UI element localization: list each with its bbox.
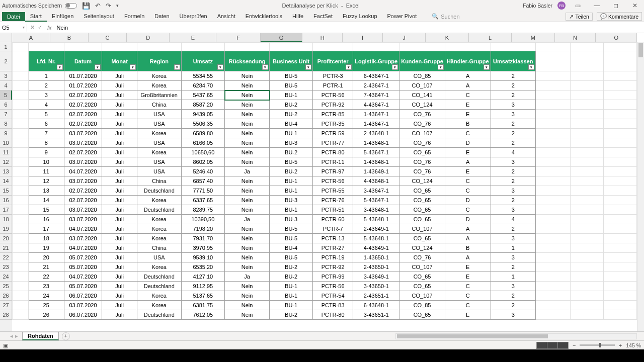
spreadsheet-grid[interactable]: ABCDEFGHIJKLMNO 123456789101112131415161… <box>0 33 644 331</box>
accept-formula-icon[interactable]: ✓ <box>38 24 42 31</box>
table-cell[interactable]: CO_107 <box>399 262 445 272</box>
table-cell[interactable]: 7771,50 <box>181 186 225 196</box>
table-cell[interactable]: Nein <box>225 243 270 253</box>
table-cell[interactable]: 16 <box>28 215 64 224</box>
table-cell[interactable]: D <box>445 215 491 224</box>
table-cell[interactable]: 2-43649-1 <box>353 224 399 234</box>
add-sheet-button[interactable]: + <box>62 332 70 340</box>
table-cell[interactable]: 02.07.2020 <box>64 90 102 100</box>
table-cell[interactable]: Juli <box>102 157 137 167</box>
table-cell[interactable]: 6337,65 <box>181 196 225 205</box>
table-cell[interactable]: CO_65 <box>399 215 445 224</box>
table-cell[interactable]: 3 <box>491 100 535 110</box>
row-header-3[interactable]: 3 <box>0 71 12 81</box>
filter-dropdown-icon[interactable]: ▾ <box>484 64 490 70</box>
table-cell[interactable]: BU-5 <box>270 81 313 90</box>
table-cell[interactable]: Korea <box>137 129 181 138</box>
filter-dropdown-icon[interactable]: ▾ <box>392 64 398 70</box>
close-icon[interactable]: ✕ <box>628 2 642 9</box>
table-cell[interactable]: China <box>137 100 181 110</box>
table-header[interactable]: Region▾ <box>137 51 181 71</box>
col-header-H[interactable]: H <box>302 33 343 42</box>
table-cell[interactable]: Korea <box>137 291 181 301</box>
table-cell[interactable]: Juli <box>102 310 137 320</box>
table-cell[interactable]: 2 <box>491 176 535 186</box>
table-cell[interactable]: 8602,05 <box>181 157 225 167</box>
table-cell[interactable]: 4-43648-1 <box>353 176 399 186</box>
maximize-icon[interactable]: ◻ <box>609 2 623 9</box>
table-cell[interactable]: C <box>445 282 491 291</box>
filter-dropdown-icon[interactable]: ▾ <box>528 64 534 70</box>
table-cell[interactable]: 1-43649-1 <box>353 167 399 176</box>
column-headers[interactable]: ABCDEFGHIJKLMNO <box>12 33 637 42</box>
table-cell[interactable]: BU-2 <box>270 272 313 282</box>
table-cell[interactable]: 03.07.2020 <box>64 157 102 167</box>
table-cell[interactable]: C <box>445 301 491 310</box>
filter-dropdown-icon[interactable]: ▾ <box>57 64 63 70</box>
table-cell[interactable]: Nein <box>225 282 270 291</box>
table-header[interactable]: Datum▾ <box>64 51 102 71</box>
table-cell[interactable]: China <box>137 243 181 253</box>
table-cell[interactable]: 2 <box>491 90 535 100</box>
col-header-J[interactable]: J <box>383 33 426 42</box>
table-cell[interactable]: 26 <box>28 310 64 320</box>
table-cell[interactable]: Korea <box>137 81 181 90</box>
table-cell[interactable]: Juli <box>102 148 137 157</box>
tab-hilfe[interactable]: Hilfe <box>287 12 308 22</box>
table-cell[interactable]: 3 <box>491 310 535 320</box>
table-cell[interactable]: BU-3 <box>270 215 313 224</box>
col-header-C[interactable]: C <box>89 33 127 42</box>
table-cell[interactable]: Nein <box>225 129 270 138</box>
table-cell[interactable]: CO_76 <box>399 253 445 262</box>
table-cell[interactable]: A <box>445 157 491 167</box>
table-cell[interactable]: 03.07.2020 <box>64 138 102 148</box>
table-cell[interactable]: PCTR-56 <box>313 176 353 186</box>
table-cell[interactable]: BU-1 <box>270 205 313 215</box>
table-header[interactable]: Kunden-Gruppe▾ <box>399 51 445 71</box>
table-cell[interactable]: 14 <box>28 196 64 205</box>
table-cell[interactable]: 10390,50 <box>181 215 225 224</box>
table-cell[interactable]: USA <box>137 157 181 167</box>
table-cell[interactable]: BU-4 <box>270 119 313 129</box>
table-cell[interactable]: C <box>445 186 491 196</box>
table-cell[interactable]: 3 <box>491 110 535 119</box>
table-cell[interactable]: Nein <box>225 119 270 129</box>
table-cell[interactable]: 02.07.2020 <box>64 148 102 157</box>
table-cell[interactable]: 1-43647-1 <box>353 110 399 119</box>
table-cell[interactable]: 02.07.2020 <box>64 196 102 205</box>
table-cell[interactable]: 7-43647-1 <box>353 90 399 100</box>
table-cell[interactable]: Nein <box>225 186 270 196</box>
table-cell[interactable]: Nein <box>225 310 270 320</box>
table-header[interactable]: Umsatzklassen▾ <box>491 51 535 71</box>
table-cell[interactable]: 03.07.2020 <box>64 301 102 310</box>
table-cell[interactable]: CO_65 <box>399 196 445 205</box>
table-cell[interactable]: D <box>445 138 491 148</box>
tab-factset[interactable]: FactSet <box>308 12 338 22</box>
row-header-6[interactable]: 6 <box>0 100 12 110</box>
table-cell[interactable]: BU-2 <box>270 167 313 176</box>
table-cell[interactable]: Korea <box>137 215 181 224</box>
row-header-2[interactable]: 2 <box>0 51 12 71</box>
table-cell[interactable]: C <box>445 176 491 186</box>
table-cell[interactable]: 03.07.2020 <box>64 234 102 243</box>
table-cell[interactable]: 6381,75 <box>181 301 225 310</box>
table-cell[interactable]: Nein <box>225 110 270 119</box>
filter-dropdown-icon[interactable]: ▾ <box>174 64 180 70</box>
autosave-toggle[interactable]: Automatisches Speichern <box>2 3 77 9</box>
row-header-7[interactable]: 7 <box>0 110 12 119</box>
table-header[interactable]: Business Unit▾ <box>270 51 313 71</box>
table-cell[interactable]: Juli <box>102 301 137 310</box>
table-cell[interactable]: PCTR-83 <box>313 301 353 310</box>
table-cell[interactable]: 2 <box>491 81 535 90</box>
table-cell[interactable]: 3-43649-1 <box>353 272 399 282</box>
table-cell[interactable]: Juli <box>102 291 137 301</box>
table-cell[interactable]: 5-43647-1 <box>353 196 399 205</box>
table-cell[interactable]: CO_85 <box>399 301 445 310</box>
table-cell[interactable]: CO_65 <box>399 148 445 157</box>
table-cell[interactable]: 3-43651-1 <box>353 310 399 320</box>
table-cell[interactable]: PCTR-80 <box>313 310 353 320</box>
table-cell[interactable]: 25 <box>28 301 64 310</box>
table-cell[interactable]: 1 <box>28 71 64 81</box>
table-cell[interactable]: Juli <box>102 71 137 81</box>
col-header-K[interactable]: K <box>426 33 468 42</box>
